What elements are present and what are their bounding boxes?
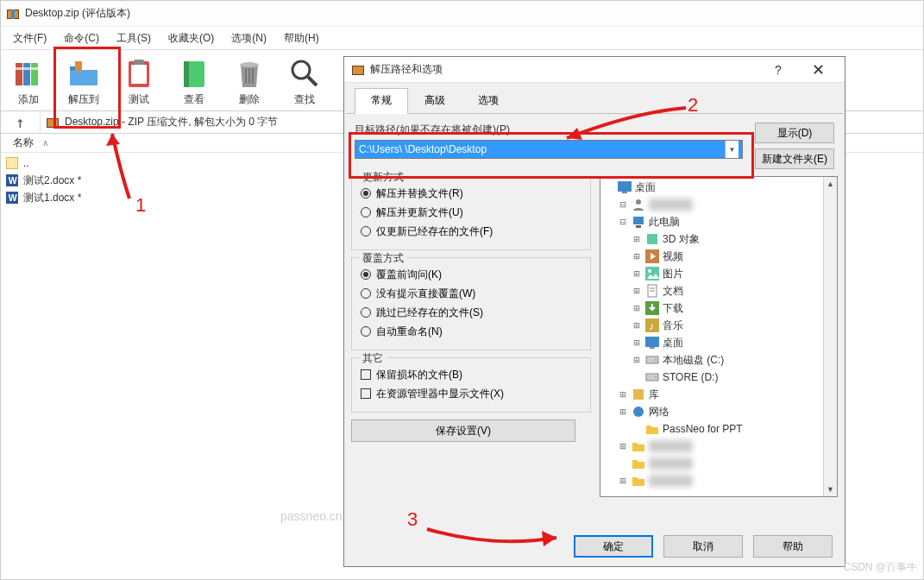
tree-item[interactable]: 桌面 [602,179,835,196]
extract-dialog: 解压路径和选项 ? ✕ 常规 高级 选项 目标路径(如果不存在将被创建)(P) … [343,56,845,567]
desktop-icon [618,180,632,194]
tree-item[interactable]: ⊞桌面 [602,334,835,351]
radio-ask[interactable]: 覆盖前询问(K) [361,265,581,284]
tree-item[interactable]: ⊟██████ [602,196,835,213]
tree-expand-icon[interactable]: ⊞ [632,354,642,366]
tree-item[interactable]: ⊟此电脑 [602,213,835,230]
radio-extract-update[interactable]: 解压并更新文件(U) [361,203,581,222]
tool-find[interactable]: 查找 [277,52,332,110]
tree-item[interactable]: ⊞3D 对象 [602,230,835,248]
tool-extract[interactable]: 解压到 [56,52,111,110]
svg-rect-6 [16,67,38,70]
tree-item[interactable]: ⊞文档 [602,282,835,299]
tree-expand-icon[interactable]: ⊞ [632,250,642,262]
save-settings-button[interactable]: 保存设置(V) [351,419,575,442]
folder-tree[interactable]: 桌面⊟██████⊟此电脑⊞3D 对象⊞视频⊞图片⊞文档⊞下载⊞♪音乐⊞桌面⊞本… [600,176,838,497]
tree-item[interactable]: PassNeo for PPT [602,420,835,438]
tree-label: 本地磁盘 (C:) [663,353,724,368]
tree-item[interactable]: ⊞图片 [602,265,835,282]
svg-rect-28 [622,192,627,193]
col-name[interactable]: 名称∧ [6,136,135,150]
dialog-close-button[interactable]: ✕ [798,58,838,82]
tree-expand-icon[interactable]: ⊞ [618,406,628,418]
path-text: Desktop.zip - ZIP 压缩文件, 解包大小为 0 字节 [65,115,278,129]
path-up-button[interactable]: ↑ [1,111,41,133]
tree-item[interactable]: ⊞库 [602,386,835,403]
menu-command[interactable]: 命令(C) [57,28,106,49]
cancel-button[interactable]: 取消 [663,535,743,558]
tree-item[interactable]: ⊞♪音乐 [602,317,835,334]
show-button[interactable]: 显示(D) [755,123,834,143]
menu-tools[interactable]: 工具(S) [110,28,158,49]
tree-scrollbar[interactable]: ▲ ▼ [823,177,837,496]
check-show-explorer[interactable]: 在资源管理器中显示文件(X) [361,384,581,403]
tree-expand-icon[interactable]: ⊞ [618,440,628,452]
tree-item[interactable]: ██████ [602,455,835,472]
titlebar: Desktop.zip (评估版本) [1,1,923,27]
dialog-help-button[interactable]: ? [758,58,798,82]
tool-test[interactable]: 测试 [111,52,167,110]
doc-icon [645,284,659,298]
tool-delete[interactable]: 删除 [222,52,277,110]
tree-expand-icon[interactable]: ⊞ [632,302,642,314]
tree-expand-icon[interactable]: ⊞ [618,475,628,487]
svg-rect-49 [633,389,644,400]
radio-icon [361,226,371,236]
scroll-up-icon[interactable]: ▲ [824,177,837,191]
tree-expand-icon[interactable]: ⊟ [618,216,628,228]
tab-general[interactable]: 常规 [355,88,408,114]
annotation-2: 2 [688,94,698,117]
tree-item[interactable]: ⊞下载 [602,299,835,317]
tree-expand-icon[interactable]: ⊞ [632,285,642,297]
radio-overwrite[interactable]: 没有提示直接覆盖(W) [361,284,581,303]
svg-rect-32 [647,234,657,244]
radio-extract-replace[interactable]: 解压并替换文件(R) [361,184,581,203]
svg-point-13 [240,62,259,67]
svg-rect-27 [618,181,632,192]
clipboard-icon [122,56,156,91]
menu-file[interactable]: 文件(F) [6,28,53,49]
tree-item[interactable]: ⊞视频 [602,248,835,265]
scroll-down-icon[interactable]: ▼ [824,482,837,496]
svg-rect-30 [633,217,644,224]
svg-rect-15 [248,68,250,84]
newfolder-button[interactable]: 新建文件夹(E) [755,148,834,169]
menu-favorites[interactable]: 收藏夹(O) [161,28,221,49]
check-keep-broken[interactable]: 保留损坏的文件(B) [361,365,581,384]
menu-help[interactable]: 帮助(H) [277,28,326,49]
updir-label: .. [23,157,29,169]
tool-view[interactable]: 查看 [167,52,222,110]
tree-item[interactable]: STORE (D:) [602,369,835,386]
svg-rect-2 [11,9,15,19]
ok-button[interactable]: 确定 [574,535,653,558]
tree-expand-icon[interactable]: ⊞ [618,388,628,400]
tree-expand-icon[interactable]: ⊞ [632,233,642,245]
svg-rect-20 [47,119,58,127]
help-button[interactable]: 帮助 [753,535,833,558]
tree-label: 网络 [649,405,669,419]
user-icon [632,198,645,211]
checkbox-icon [361,388,371,399]
tree-expand-icon[interactable]: ⊞ [632,337,642,349]
path-combobox[interactable]: C:\Users\ \Desktop\Desktop ▼ [355,140,743,159]
tree-item[interactable]: ⊞本地磁盘 (C:) [602,351,835,369]
tree-expand-icon[interactable]: ⊞ [632,268,642,280]
tree-expand-icon[interactable]: ⊞ [632,319,642,331]
dialog-icon [351,63,365,77]
tree-expand-icon[interactable]: ⊟ [618,199,628,211]
radio-skip[interactable]: 跳过已经存在的文件(S) [361,303,581,322]
menu-options[interactable]: 选项(N) [224,28,273,49]
tab-options[interactable]: 选项 [462,88,515,113]
svg-rect-5 [31,63,38,85]
tree-item[interactable]: ⊞网络 [602,403,835,420]
tab-advanced[interactable]: 高级 [408,88,462,113]
chevron-down-icon[interactable]: ▼ [725,141,739,158]
updir-icon [6,157,18,169]
radio-update-existing[interactable]: 仅更新已经存在的文件(F) [361,222,581,241]
tool-add[interactable]: 添加 [1,52,56,110]
radio-rename[interactable]: 自动重命名(N) [361,322,581,341]
tree-label: ██████ [649,457,693,470]
tree-item[interactable]: ⊞██████ [602,472,835,489]
sort-indicator-icon: ∧ [42,138,48,148]
tree-item[interactable]: ⊞██████ [602,438,835,455]
